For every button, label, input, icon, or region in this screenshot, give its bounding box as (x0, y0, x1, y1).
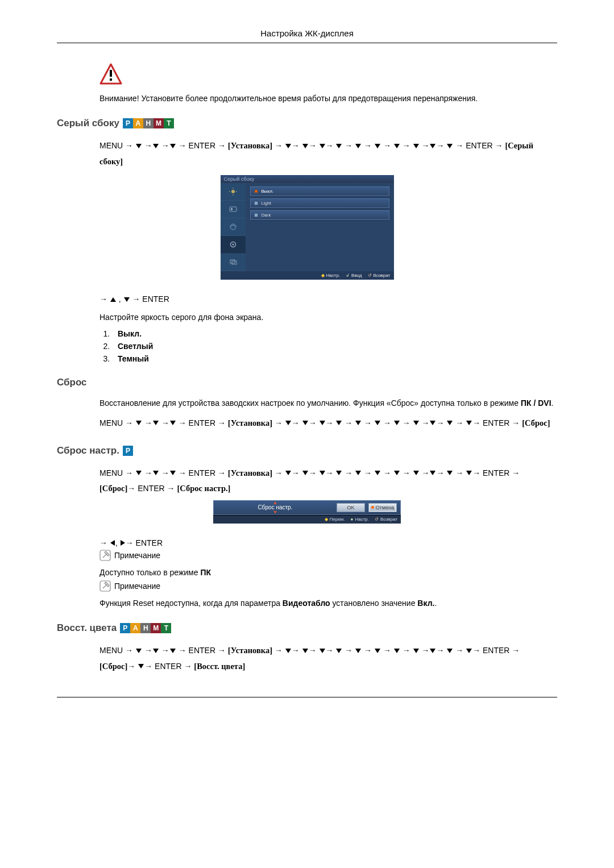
pc-only-text: Доступно только в режиме ПК (99, 567, 557, 578)
osd-reset-confirm: Сброс настр. OK Отмена ◆Перем. ●Настр. ↺… (213, 500, 401, 524)
osd2-footer: ◆Перем. ●Настр. ↺Возврат (213, 515, 401, 524)
mode-badges: P (123, 446, 133, 456)
osd-ok-button: OK (337, 503, 365, 512)
badge-t-icon: T (164, 118, 174, 128)
svg-point-12 (232, 244, 234, 246)
reset-image-post-nav: → , → ENTER (99, 538, 557, 547)
osd-row: Light (250, 198, 389, 208)
heading-text: Серый сбоку (57, 118, 119, 129)
section-gray-side: Серый сбоку P A H M T (57, 118, 557, 129)
option-dark: Темный (112, 354, 557, 363)
reset-unavailable-text: Функция Reset недоступна, когда для пара… (99, 597, 557, 609)
mode-badges: P A H M T (120, 623, 171, 633)
heading-text: Восст. цвета (57, 622, 117, 634)
note-label: Примечание (114, 582, 160, 591)
color-reset-nav-path: MENU → → → → ENTER → [Установка] → → → →… (99, 643, 557, 674)
section-reset-image: Сброс настр. P (57, 445, 557, 456)
note-row-2: Примечание (99, 580, 557, 592)
reset-image-nav-path: MENU → → → → ENTER → [Установка] → → → →… (99, 466, 557, 497)
badge-m-icon: M (151, 623, 161, 633)
note-icon (99, 550, 111, 561)
osd-title: Серый сбоку (221, 175, 394, 183)
section-reset: Сброс (57, 377, 557, 388)
badge-a-icon: A (133, 118, 143, 128)
badge-p-icon: P (123, 446, 133, 456)
footer-rule (57, 697, 557, 697)
svg-point-3 (231, 190, 235, 193)
svg-rect-1 (110, 70, 112, 77)
reset-desc: Восстановление для устройства заводских … (99, 397, 557, 409)
header-rule (57, 43, 557, 43)
svg-rect-13 (230, 260, 235, 263)
brightness-icon (221, 183, 246, 201)
gray-side-post-nav: → , → ENTER (99, 294, 557, 304)
gray-side-desc: Настройте яркость серого для фона экрана… (99, 312, 557, 323)
badge-p-icon: P (120, 623, 130, 633)
badge-h-icon: H (143, 118, 154, 128)
input-icon (221, 201, 246, 218)
mode-badges: P A H M T (123, 118, 174, 128)
gray-side-nav-path: MENU → → → → ENTER → [Установка] → → → →… (99, 138, 557, 169)
osd2-title: Сброс настр. (258, 505, 293, 510)
badge-t-icon: T (161, 623, 171, 633)
osd-gray-side-menu: Серый сбоку Выкл. Light Dark ◆Настр. ↲Вв… (221, 175, 394, 280)
osd-row: Dark (250, 210, 389, 220)
page-header: Настройка ЖК-дисплея (57, 28, 557, 38)
badge-p-icon: P (123, 118, 133, 128)
osd-cancel-button: Отмена (368, 503, 397, 512)
svg-rect-14 (232, 261, 237, 264)
option-light: Светлый (112, 342, 557, 351)
warning-icon (99, 63, 557, 85)
svg-rect-2 (110, 78, 112, 81)
osd-side-icons (221, 183, 246, 271)
gear-icon (221, 236, 246, 254)
svg-rect-8 (230, 207, 237, 211)
heading-text: Сброс (57, 377, 87, 388)
svg-rect-9 (231, 208, 233, 210)
note-label: Примечание (114, 551, 160, 560)
note-row-1: Примечание (99, 550, 557, 561)
note-icon (99, 580, 111, 592)
gray-side-options: Выкл. Светлый Темный (99, 329, 557, 363)
osd-row: Выкл. (250, 186, 389, 196)
warning-text: Внимание! Установите более продолжительн… (99, 93, 557, 104)
sound-icon (221, 218, 246, 236)
heading-text: Сброс настр. (57, 445, 119, 456)
osd-footer: ◆Настр. ↲Ввод ↺Возврат (221, 271, 394, 280)
multi-icon (221, 254, 246, 271)
badge-a-icon: A (130, 623, 140, 633)
badge-h-icon: H (140, 623, 151, 633)
option-off: Выкл. (112, 329, 557, 338)
section-color-reset: Восст. цвета P A H M T (57, 622, 557, 634)
badge-m-icon: M (154, 118, 164, 128)
reset-nav-path: MENU → → → → ENTER → [Установка] → → → →… (99, 416, 557, 431)
